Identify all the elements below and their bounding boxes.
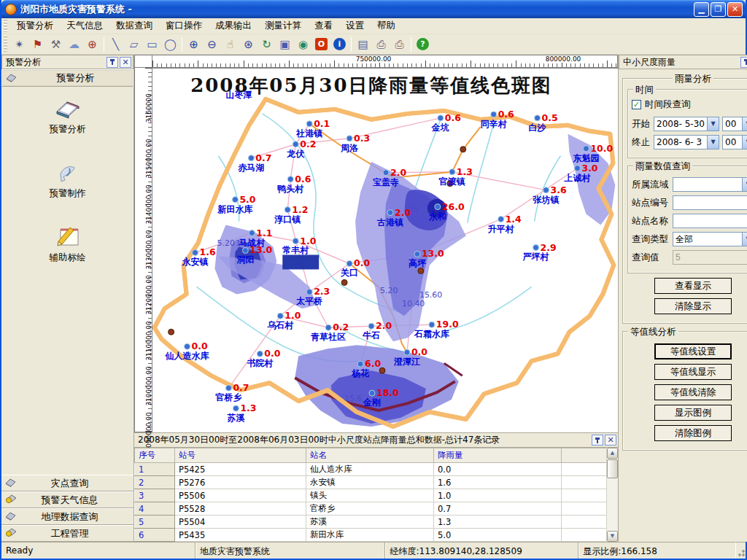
warning-analysis-icon[interactable]: ✴ bbox=[11, 36, 28, 52]
left-bar-4[interactable]: 工程管理 bbox=[1, 525, 133, 542]
query-value-input[interactable] bbox=[673, 250, 747, 265]
line-tool-icon[interactable]: ╲ bbox=[107, 36, 124, 52]
menu-item-2[interactable]: 天气信息 bbox=[60, 18, 109, 33]
menu-item-9[interactable]: 帮助 bbox=[371, 18, 402, 33]
clear-query-button[interactable]: 清除显示 bbox=[654, 298, 732, 314]
menu-item-5[interactable]: 成果输出 bbox=[209, 18, 258, 33]
station-id-input[interactable] bbox=[673, 195, 747, 210]
map-station[interactable]: 0.0书院村 bbox=[247, 348, 280, 368]
contour-settings-button[interactable]: 等值线设置 bbox=[654, 343, 732, 359]
contour-show-button[interactable]: 等值线显示 bbox=[654, 364, 732, 380]
image-export-icon[interactable]: ▤ bbox=[355, 36, 371, 52]
print-setup-icon[interactable]: ⎙ bbox=[391, 36, 408, 52]
map-station[interactable]: 5.0新田水库 bbox=[217, 194, 255, 214]
basin-dropdown[interactable]: ▼ bbox=[673, 177, 747, 192]
menu-item-3[interactable]: 数据查询 bbox=[109, 18, 159, 33]
restore-button[interactable]: ❐ bbox=[711, 2, 726, 17]
left-item-1[interactable]: 预警分析 bbox=[1, 87, 133, 151]
station-name-input[interactable] bbox=[673, 214, 747, 228]
scroll-thumb[interactable] bbox=[607, 459, 618, 478]
show-legend-button[interactable]: 显示图例 bbox=[654, 405, 732, 421]
table-row[interactable]: 5P5504苏溪1.3 bbox=[135, 516, 607, 529]
flag-tool-icon[interactable]: ⚑ bbox=[29, 36, 46, 52]
hammer-icon[interactable]: ⚒ bbox=[47, 36, 64, 52]
table-row[interactable]: 6P5435新田水库5.0 bbox=[135, 529, 607, 542]
close-button[interactable]: ✕ bbox=[727, 2, 743, 17]
map-station[interactable]: 1.3官渡镇 bbox=[438, 166, 473, 187]
table-row[interactable]: 1P5425仙人造水库0.0 bbox=[135, 463, 607, 476]
column-header-filler[interactable] bbox=[562, 448, 607, 463]
data-panel-pin-button[interactable] bbox=[592, 435, 603, 446]
menu-item-4[interactable]: 窗口操作 bbox=[159, 18, 209, 33]
end-hour-dropdown[interactable]: 00▼ bbox=[722, 135, 747, 149]
end-date-dropdown[interactable]: 2008- 6- 3▼ bbox=[654, 135, 719, 149]
globe-icon[interactable]: ◉ bbox=[295, 36, 311, 52]
menu-item-8[interactable]: 设置 bbox=[339, 18, 371, 33]
zoom-in-icon[interactable]: ⊕ bbox=[185, 36, 202, 52]
toolbar-grip[interactable] bbox=[4, 36, 7, 52]
menu-grip[interactable] bbox=[4, 20, 7, 32]
cloud-icon[interactable]: ☁ bbox=[66, 36, 82, 52]
table-row[interactable]: 2P5276永安镇1.6 bbox=[135, 476, 607, 489]
column-header-1[interactable]: 序号 bbox=[135, 448, 175, 463]
print-icon[interactable]: ⎙ bbox=[373, 36, 390, 52]
map-station[interactable]: 2.9严坪村 bbox=[522, 242, 557, 262]
left-item-3[interactable]: 辅助标绘 bbox=[1, 215, 133, 279]
table-row[interactable]: 4P5528官桥乡0.7 bbox=[135, 502, 607, 516]
crosshair-icon[interactable]: ⊕ bbox=[84, 36, 101, 52]
menu-item-6[interactable]: 测量计算 bbox=[258, 18, 308, 33]
show-query-button[interactable]: 查看显示 bbox=[654, 278, 732, 294]
polygon-tool-icon[interactable]: ▱ bbox=[125, 36, 142, 52]
ellipse-tool-icon[interactable]: ◯ bbox=[162, 36, 179, 52]
chevron-down-icon[interactable]: ▼ bbox=[707, 117, 719, 131]
info-icon[interactable]: i bbox=[331, 36, 348, 52]
zoom-out-icon[interactable]: ⊖ bbox=[204, 36, 220, 52]
menu-item-1[interactable]: 预警分析 bbox=[10, 18, 60, 33]
map-station[interactable]: 0.5白沙 bbox=[529, 112, 558, 133]
start-date-dropdown[interactable]: 2008- 5-30▼ bbox=[654, 117, 719, 131]
right-panel-pin-button[interactable] bbox=[740, 57, 747, 68]
scroll-up-button[interactable]: ▲ bbox=[607, 448, 618, 459]
map-station[interactable]: 0.6同辛村 bbox=[481, 109, 514, 129]
left-section-bar[interactable]: 预警分析 bbox=[1, 69, 133, 87]
map-station[interactable]: 1.6永安镇 bbox=[182, 246, 216, 267]
time-range-checkbox[interactable]: ✓ bbox=[632, 100, 641, 109]
stop-icon[interactable]: O bbox=[313, 36, 330, 52]
table-scrollbar[interactable]: ▲ ▼ bbox=[606, 448, 618, 542]
map-station[interactable]: 1.2淳口镇 bbox=[274, 204, 308, 225]
map-station[interactable]: 1.3苏溪 bbox=[226, 402, 256, 423]
left-bar-1[interactable]: 灾点查询 bbox=[1, 475, 133, 491]
left-item-2[interactable]: 预警制作 bbox=[1, 151, 133, 215]
scroll-down-button[interactable]: ▼ bbox=[607, 531, 618, 542]
resize-grip[interactable] bbox=[735, 542, 746, 559]
minimize-button[interactable]: ▁ bbox=[694, 2, 709, 17]
table-row[interactable]: 3P5506镇头1.0 bbox=[135, 489, 607, 502]
map-station[interactable]: 1.0常丰村 bbox=[282, 236, 316, 256]
column-header-3[interactable]: 站名 bbox=[306, 448, 434, 463]
refresh-view-icon[interactable]: ↻ bbox=[258, 36, 275, 52]
map-station[interactable]: 1.0乌石村 bbox=[267, 310, 301, 330]
map-station[interactable]: 0.7赤马湖 bbox=[237, 152, 271, 173]
start-hour-dropdown[interactable]: 00▼ bbox=[722, 117, 747, 131]
chevron-down-icon[interactable]: ▼ bbox=[742, 136, 747, 149]
left-panel-close-button[interactable]: ✕ bbox=[120, 57, 131, 68]
map-station[interactable]: 0.3周洛 bbox=[340, 133, 370, 153]
column-header-4[interactable]: 降雨量 bbox=[434, 448, 562, 463]
chevron-down-icon[interactable]: ▼ bbox=[742, 117, 747, 131]
map-station[interactable]: 0.6鸭头村 bbox=[277, 174, 311, 194]
left-panel-pin-button[interactable] bbox=[107, 57, 118, 68]
map-station[interactable]: 19.0石霜水库 bbox=[414, 319, 459, 339]
chevron-down-icon[interactable]: ▼ bbox=[742, 233, 747, 246]
pan-icon[interactable]: ☝ bbox=[222, 36, 239, 52]
layers-icon[interactable]: ▣ bbox=[276, 36, 293, 52]
contour-clear-button[interactable]: 等值线清除 bbox=[654, 384, 732, 400]
rectangle-tool-icon[interactable]: ▭ bbox=[144, 36, 160, 52]
left-bar-3[interactable]: 地理数据查询 bbox=[1, 508, 133, 525]
map-station[interactable]: 0.2龙伏 bbox=[286, 139, 316, 159]
map-station[interactable]: 2.0牛石 bbox=[363, 320, 392, 341]
clear-legend-button[interactable]: 清除图例 bbox=[654, 425, 732, 441]
left-bar-2[interactable]: 预警天气信息 bbox=[1, 491, 133, 508]
menu-item-7[interactable]: 查看 bbox=[308, 18, 339, 33]
map-canvas[interactable]: 5.2010.4155.2015.6010.4015.6 山枣潭0.1社港镇0.… bbox=[152, 68, 618, 432]
help-icon[interactable]: ? bbox=[414, 36, 431, 52]
